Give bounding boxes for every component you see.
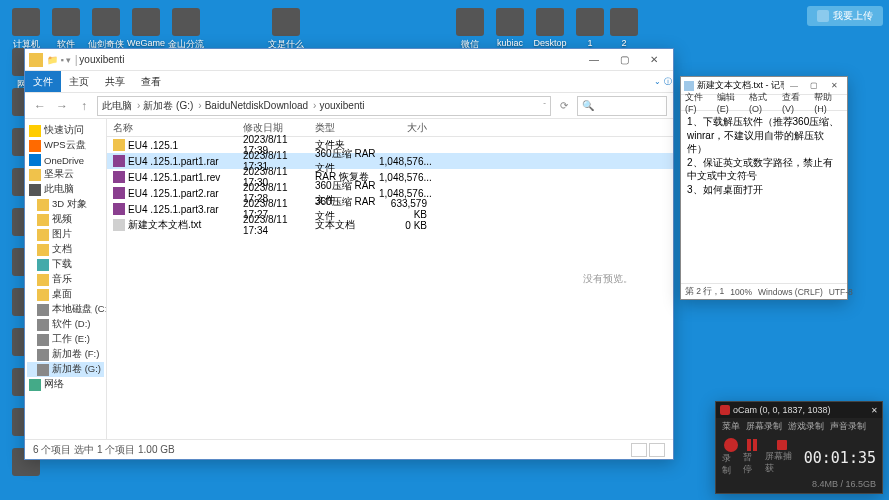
tree-item[interactable]: 文档 — [27, 242, 104, 257]
folder-icon — [29, 154, 41, 166]
tree-label: 新加卷 (G:) — [52, 363, 101, 376]
folder-icon — [37, 244, 49, 256]
tree-label: 网络 — [44, 378, 64, 391]
icon-label: WeGame — [126, 38, 166, 48]
app-icon — [456, 8, 484, 36]
tree-item[interactable]: 此电脑 — [27, 182, 104, 197]
breadcrumb-item[interactable]: 此电脑 — [102, 99, 132, 113]
tree-item[interactable]: 桌面 — [27, 287, 104, 302]
close-button[interactable]: ✕ — [639, 51, 669, 69]
tree-label: 新加卷 (F:) — [52, 348, 99, 361]
desktop-icon[interactable]: 2 — [604, 8, 644, 48]
file-row[interactable]: EU4 .125.1.part1.rar2023/8/11 17:31360压缩… — [107, 153, 673, 169]
file-icon — [113, 139, 125, 151]
nav-tree[interactable]: 快速访问WPS云盘OneDrive坚果云此电脑3D 对象视频图片文档下载音乐桌面… — [25, 119, 107, 439]
notepad-body[interactable]: 1、下载解压软件（推荐360压缩、winrar，不建议用自带的解压软件） 2、保… — [681, 111, 847, 283]
breadcrumb-field[interactable]: 此电脑›新加卷 (G:)›BaiduNetdiskDownload›youxib… — [97, 96, 551, 116]
recorder-menu-item[interactable]: 菜单 — [722, 420, 740, 433]
tree-label: 工作 (E:) — [52, 333, 90, 346]
rec-close-button[interactable]: ✕ — [871, 406, 878, 415]
tree-item[interactable]: 新加卷 (F:) — [27, 347, 104, 362]
record-button[interactable] — [724, 438, 738, 452]
recorder-title-bar[interactable]: oCam (0, 0, 1837, 1038) ✕ — [716, 402, 882, 418]
ribbon-file[interactable]: 文件 — [25, 71, 61, 92]
file-date: 2023/8/11 17:34 — [243, 214, 315, 236]
col-type[interactable]: 类型 — [315, 121, 379, 135]
minimize-button[interactable]: — — [579, 51, 609, 69]
tree-item[interactable]: 图片 — [27, 227, 104, 242]
tree-label: 音乐 — [52, 273, 72, 286]
recorder-window: oCam (0, 0, 1837, 1038) ✕ 菜单屏幕录制游戏录制声音录制… — [715, 401, 883, 494]
tree-item[interactable]: 视频 — [27, 212, 104, 227]
refresh-button[interactable]: ⟳ — [555, 97, 573, 115]
upload-button[interactable]: 我要上传 — [807, 6, 883, 26]
folder-icon — [37, 214, 49, 226]
tree-item[interactable]: 软件 (D:) — [27, 317, 104, 332]
file-icon — [113, 203, 125, 215]
forward-button[interactable]: → — [53, 97, 71, 115]
tree-item[interactable]: 新加卷 (G:) — [27, 362, 104, 377]
file-row[interactable]: EU4 .125.1.part1.rev2023/8/11 17:30RAR 恢… — [107, 169, 673, 185]
ribbon-home[interactable]: 主页 — [61, 71, 97, 92]
no-preview-label: 没有预览。 — [583, 272, 633, 286]
file-icon — [113, 219, 125, 231]
file-size: 1,048,576... — [379, 156, 435, 167]
title-bar[interactable]: 📁 ▪ ▾ │ youxibenti — ▢ ✕ — [25, 49, 673, 71]
recorder-menu-item[interactable]: 屏幕录制 — [746, 420, 782, 433]
tree-item[interactable]: OneDrive — [27, 153, 104, 167]
status-bar: 6 个项目 选中 1 个项目 1.00 GB — [25, 439, 673, 459]
file-name: EU4 .125.1.part1.rar — [128, 156, 219, 167]
file-name: EU4 .125.1.part2.rar — [128, 188, 219, 199]
tree-item[interactable]: WPS云盘 — [27, 138, 104, 153]
ribbon-view[interactable]: 查看 — [133, 71, 169, 92]
file-row[interactable]: EU4 .125.12023/8/11 17:39文件夹 — [107, 137, 673, 153]
capture-button[interactable] — [777, 440, 787, 450]
desktop-icon[interactable]: 计算机 — [6, 8, 46, 51]
desktop-icon[interactable]: Desktop — [530, 8, 570, 48]
tree-item[interactable]: 本地磁盘 (C:) — [27, 302, 104, 317]
folder-icon — [37, 289, 49, 301]
tree-item[interactable]: 工作 (E:) — [27, 332, 104, 347]
tree-item[interactable]: 快速访问 — [27, 123, 104, 138]
column-headers[interactable]: 名称 修改日期 类型 大小 — [107, 119, 673, 137]
tree-item[interactable]: 音乐 — [27, 272, 104, 287]
ribbon-share[interactable]: 共享 — [97, 71, 133, 92]
tree-item[interactable]: 坚果云 — [27, 167, 104, 182]
breadcrumb-item[interactable]: youxibenti — [319, 100, 364, 111]
tree-label: 3D 对象 — [52, 198, 87, 211]
desktop-icon[interactable]: 仙剑奇侠 — [86, 8, 126, 51]
breadcrumb-item[interactable]: 新加卷 (G:) — [143, 99, 193, 113]
back-button[interactable]: ← — [31, 97, 49, 115]
tree-item[interactable]: 下载 — [27, 257, 104, 272]
tree-item[interactable]: 网络 — [27, 377, 104, 392]
view-icons-button[interactable] — [649, 443, 665, 457]
desktop-icon[interactable]: 软件 — [46, 8, 86, 51]
np-eol: Windows (CRLF) — [758, 287, 823, 297]
file-row[interactable]: EU4 .125.1.part3.rar2023/8/11 17:27360压缩… — [107, 201, 673, 217]
col-name[interactable]: 名称 — [113, 121, 243, 135]
recorder-menu-item[interactable]: 声音录制 — [830, 420, 866, 433]
file-list[interactable]: 名称 修改日期 类型 大小 EU4 .125.12023/8/11 17:39文… — [107, 119, 673, 439]
up-button[interactable]: ↑ — [75, 97, 93, 115]
recorder-title: oCam (0, 0, 1837, 1038) — [733, 405, 871, 415]
chevron-right-icon: › — [198, 100, 201, 111]
tree-item[interactable]: 3D 对象 — [27, 197, 104, 212]
recorder-menu-item[interactable]: 游戏录制 — [788, 420, 824, 433]
chevron-down-icon[interactable]: ˇ — [543, 101, 546, 110]
file-size: 633,579 KB — [379, 198, 435, 220]
desktop-icon[interactable]: WeGame — [126, 8, 166, 48]
view-details-button[interactable] — [631, 443, 647, 457]
breadcrumb-item[interactable]: BaiduNetdiskDownload — [205, 100, 308, 111]
col-date[interactable]: 修改日期 — [243, 121, 315, 135]
file-name: 新建文本文档.txt — [128, 218, 201, 232]
maximize-button[interactable]: ▢ — [609, 51, 639, 69]
col-size[interactable]: 大小 — [379, 121, 435, 135]
pause-button[interactable] — [747, 439, 757, 451]
desktop-icon[interactable]: kubiac — [490, 8, 530, 48]
search-input[interactable]: 🔍 — [577, 96, 667, 116]
desktop-icon[interactable]: 微信 — [450, 8, 490, 51]
app-icon — [52, 8, 80, 36]
ribbon-help-icon[interactable]: ⌄ ⓘ — [653, 71, 673, 92]
file-row[interactable]: 新建文本文档.txt2023/8/11 17:34文本文档0 KB — [107, 217, 673, 233]
icon-label: 2 — [604, 38, 644, 48]
